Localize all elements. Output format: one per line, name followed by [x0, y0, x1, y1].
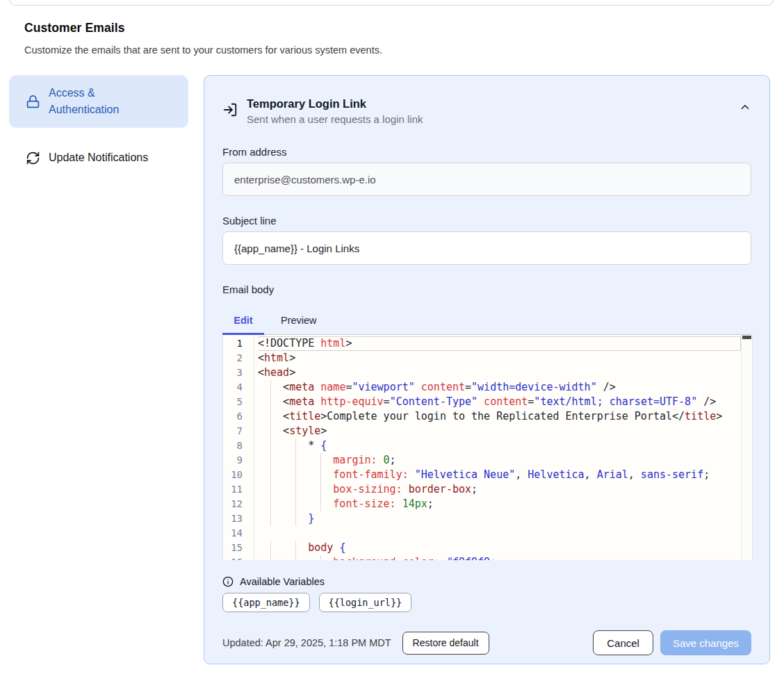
from-address-input[interactable]: [222, 163, 751, 196]
from-address-label: From address: [222, 146, 751, 158]
info-icon: [222, 576, 234, 587]
code-line[interactable]: body {: [258, 541, 741, 555]
code-line[interactable]: }: [258, 511, 741, 526]
code-line[interactable]: <!DOCTYPE html>: [258, 336, 741, 351]
log-in-icon: [222, 102, 238, 127]
subject-line-label: Subject line: [222, 215, 751, 227]
editor-gutter: 12345678910111213141516: [223, 335, 254, 560]
lock-icon: [26, 95, 40, 109]
sidebar-item-update-notifications[interactable]: Update Notifications: [9, 140, 188, 176]
code-line[interactable]: <style>: [258, 424, 741, 438]
sidebar-item-label: Update Notifications: [49, 149, 148, 166]
content-layout: Access & Authentication Update Notificat…: [0, 75, 784, 664]
code-line[interactable]: background-color: #f9f9f9;: [258, 555, 741, 560]
chevron-up-icon: [739, 101, 751, 113]
available-variables-header: Available Variables: [222, 576, 751, 587]
code-line[interactable]: font-family: "Helvetica Neue", Helvetica…: [258, 468, 741, 482]
panel-title: Temporary Login Link: [247, 95, 423, 112]
code-line[interactable]: <title>Complete your login to the Replic…: [258, 409, 741, 424]
panel-header-text: Temporary Login Link Sent when a user re…: [247, 95, 423, 127]
sidebar-item-access-authentication[interactable]: Access & Authentication: [9, 75, 188, 128]
panel-header: Temporary Login Link Sent when a user re…: [222, 95, 751, 127]
email-body-label: Email body: [222, 284, 751, 295]
variable-chip-app-name[interactable]: {{app_name}}: [222, 593, 310, 612]
active-tab-underline: [222, 333, 264, 335]
sidebar: Access & Authentication Update Notificat…: [9, 75, 188, 664]
customer-emails-page: Customer Emails Customize the emails tha…: [0, 0, 784, 681]
variable-chip-login-url[interactable]: {{login_url}}: [319, 593, 412, 612]
sidebar-item-label: Access & Authentication: [49, 85, 139, 118]
code-line[interactable]: box-sizing: border-box;: [258, 482, 741, 497]
code-line[interactable]: [258, 526, 741, 541]
collapse-button[interactable]: [739, 101, 751, 127]
variable-chips: {{app_name}} {{login_url}}: [222, 593, 751, 612]
page-title: Customer Emails: [24, 21, 784, 35]
refresh-icon: [26, 151, 40, 165]
updated-timestamp: Updated: Apr 29, 2025, 1:18 PM MDT: [222, 637, 391, 648]
previous-card-edge: [9, 0, 774, 6]
code-line[interactable]: <html>: [258, 351, 741, 366]
tab-edit[interactable]: Edit: [222, 315, 264, 326]
temporary-login-link-panel: Temporary Login Link Sent when a user re…: [204, 75, 770, 664]
restore-default-button[interactable]: Restore default: [402, 632, 489, 655]
editor-tabs: Edit Preview: [222, 306, 751, 334]
tab-preview[interactable]: Preview: [264, 315, 334, 326]
panel-footer: Updated: Apr 29, 2025, 1:18 PM MDT Resto…: [222, 630, 751, 655]
editor-scrollbar[interactable]: [741, 335, 752, 560]
code-line[interactable]: <head>: [258, 366, 741, 380]
available-variables-label: Available Variables: [240, 576, 325, 587]
page-subtitle: Customize the emails that are sent to yo…: [24, 44, 784, 56]
save-changes-button[interactable]: Save changes: [660, 630, 751, 655]
code-line[interactable]: margin: 0;: [258, 453, 741, 468]
code-editor[interactable]: 12345678910111213141516 <!DOCTYPE html><…: [222, 334, 753, 560]
code-line[interactable]: <meta http-equiv="Content-Type" content=…: [258, 395, 741, 409]
cancel-button[interactable]: Cancel: [593, 630, 653, 655]
scrollbar-thumb[interactable]: [742, 336, 751, 339]
page-header: Customer Emails Customize the emails tha…: [0, 0, 784, 56]
code-line[interactable]: font-size: 14px;: [258, 497, 741, 511]
panel-subtitle: Sent when a user requests a login link: [247, 112, 423, 127]
editor-code[interactable]: <!DOCTYPE html><html><head> <meta name="…: [254, 335, 752, 560]
subject-line-input[interactable]: [222, 231, 751, 265]
code-line[interactable]: * {: [258, 438, 741, 453]
code-line[interactable]: <meta name="viewport" content="width=dev…: [258, 380, 741, 395]
